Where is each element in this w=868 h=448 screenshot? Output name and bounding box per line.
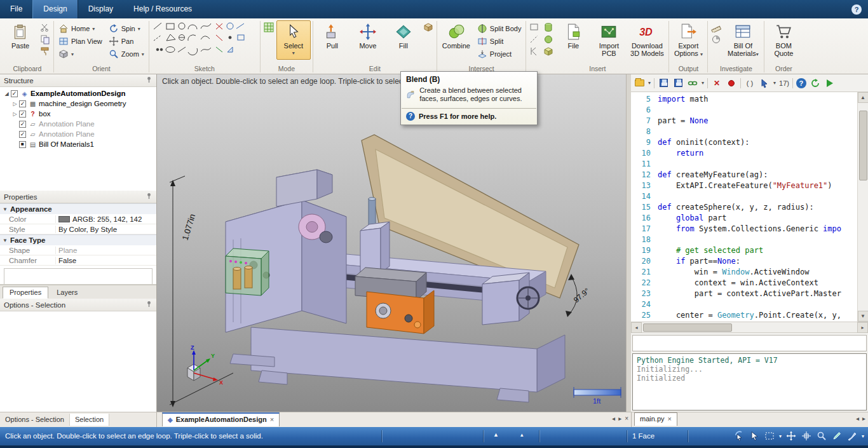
doc-tab-prev-icon[interactable]: ◂: [612, 415, 615, 422]
pencil-tool-icon[interactable]: [831, 430, 843, 442]
sketch-mode-icon[interactable]: [263, 22, 275, 32]
project-button[interactable]: Project: [475, 48, 524, 60]
pull-button[interactable]: Pull: [315, 20, 349, 60]
insert-parens-icon[interactable]: ( ): [744, 78, 756, 89]
visibility-checkbox[interactable]: ✓: [11, 90, 18, 97]
zoom-button[interactable]: Zoom▾: [106, 48, 147, 60]
split-button[interactable]: Split: [475, 36, 524, 47]
select-button[interactable]: Select ▾: [276, 20, 311, 60]
editor-horizontal-scrollbar[interactable]: ◂ ▸: [631, 322, 868, 333]
insert-file-button[interactable]: File: [556, 20, 590, 60]
command-input[interactable]: [632, 335, 867, 351]
pin-icon[interactable]: [146, 193, 153, 201]
property-section-header[interactable]: ▼Appearance: [0, 203, 156, 214]
doc-tab-next-icon[interactable]: ▸: [618, 415, 621, 422]
marquee-select-icon[interactable]: [764, 430, 775, 442]
pointer-icon[interactable]: [749, 430, 760, 442]
script-tab-next-icon[interactable]: ▸: [862, 415, 865, 422]
script-tab-prev-icon[interactable]: ◂: [856, 415, 859, 422]
open-dropdown-icon[interactable]: ▾: [648, 80, 651, 86]
open-folder-icon[interactable]: [634, 78, 645, 89]
run-script-icon[interactable]: [824, 78, 836, 89]
scroll-down-icon[interactable]: ▼: [858, 311, 868, 322]
paste-button[interactable]: Paste: [3, 20, 37, 60]
cut-icon[interactable]: [39, 22, 51, 32]
expand-dock-icon[interactable]: ▲: [487, 430, 505, 440]
brush-tool-icon[interactable]: [846, 430, 858, 442]
shell-icon[interactable]: [543, 46, 554, 57]
pan-button[interactable]: Pan: [106, 36, 147, 47]
bill-of-materials-button[interactable]: Bill Of Materials▾: [724, 20, 762, 60]
visibility-checkbox[interactable]: ✓: [19, 131, 26, 138]
format-painter-icon[interactable]: [39, 46, 51, 57]
pan-tool-icon[interactable]: [785, 430, 797, 442]
doc-tab-close-icon[interactable]: ×: [625, 415, 628, 422]
visibility-checkbox[interactable]: ✓: [19, 121, 26, 128]
tree-item[interactable]: ✓▱Annotation Plane: [0, 119, 156, 129]
tree-item[interactable]: ▷✓▩machine_design Geometry: [0, 98, 156, 109]
refresh-icon[interactable]: [810, 78, 821, 89]
link-dropdown-icon[interactable]: ▾: [702, 80, 704, 86]
horizontal-scroll-thumb[interactable]: [643, 323, 732, 332]
document-tab[interactable]: ◈ExampleAutomationDesign×: [162, 412, 280, 426]
tree-item[interactable]: ■▤Bill Of Materials1: [0, 139, 156, 149]
cursor-mode-icon[interactable]: [759, 78, 770, 89]
insert-plane-icon[interactable]: [529, 22, 540, 32]
panel-tab-properties[interactable]: Properties: [3, 287, 48, 299]
link-icon[interactable]: [687, 78, 698, 89]
block-icon[interactable]: [423, 22, 434, 32]
spin-button[interactable]: Spin▾: [106, 23, 147, 34]
expand-dock-small-icon[interactable]: ▴: [514, 430, 530, 440]
close-icon[interactable]: ×: [270, 416, 274, 423]
expander-icon[interactable]: ▷: [11, 101, 19, 107]
bottom-tab-options-selection[interactable]: Options - Selection: [0, 414, 70, 426]
plan-view-button[interactable]: Plan View: [56, 36, 105, 47]
close-icon[interactable]: ×: [668, 415, 672, 423]
scroll-left-icon[interactable]: ◂: [631, 322, 642, 333]
property-value[interactable]: Plane: [56, 247, 156, 254]
select-dropdown-icon[interactable]: ▾: [779, 433, 782, 439]
combine-button[interactable]: Combine: [439, 20, 473, 60]
zoom-tool-icon[interactable]: [816, 430, 827, 442]
pin-icon[interactable]: [146, 76, 153, 85]
download-3d-models-button[interactable]: 3D Download 3D Models: [627, 20, 667, 60]
menu-tab-display[interactable]: Display: [78, 0, 123, 18]
expander-icon[interactable]: ▷: [11, 111, 19, 117]
editor-vertical-scrollbar[interactable]: ▲ ▼: [857, 92, 868, 322]
viewport-3d[interactable]: 1.077in 97.9° Z Y X 1ft Click: [157, 74, 626, 412]
property-section-header[interactable]: ▼Face Type: [0, 234, 156, 245]
move-button[interactable]: Move: [351, 20, 385, 60]
axes-tool-icon[interactable]: [801, 430, 812, 442]
property-value[interactable]: ARGB: 255, 142, 142: [56, 215, 156, 223]
tools-dropdown-icon[interactable]: ▾: [862, 433, 864, 439]
sketch-tool-grid[interactable]: [151, 20, 258, 57]
visibility-checkbox[interactable]: ■: [19, 141, 26, 148]
panel-tab-layers[interactable]: Layers: [50, 287, 85, 299]
vertical-scroll-thumb[interactable]: [859, 111, 867, 180]
model-canvas[interactable]: 1.077in 97.9° Z Y X 1ft: [157, 74, 626, 412]
sphere-icon[interactable]: [543, 34, 554, 44]
editor-help-icon[interactable]: ?: [796, 78, 806, 88]
insert-point-icon[interactable]: [529, 46, 540, 57]
mass-properties-icon[interactable]: [710, 34, 722, 44]
scroll-up-icon[interactable]: ▲: [858, 92, 868, 103]
tree-item[interactable]: ✓▱Annotation Plane: [0, 129, 156, 139]
copy-icon[interactable]: [39, 34, 51, 44]
import-pcb-button[interactable]: Import PCB: [592, 20, 626, 60]
visibility-checkbox[interactable]: ✓: [19, 111, 26, 118]
code-editor[interactable]: 5678910111213141516171819202122232425 im…: [631, 92, 868, 322]
scroll-right-icon[interactable]: ▸: [857, 322, 868, 333]
tree-item[interactable]: ▷✓?box: [0, 109, 156, 119]
property-value[interactable]: By Color, By Style: [56, 226, 156, 233]
bottom-tab-selection[interactable]: Selection: [70, 414, 109, 426]
script-tab[interactable]: main.py×: [634, 412, 677, 426]
smart-pointer-icon[interactable]: [733, 430, 745, 442]
color-swatch[interactable]: [58, 216, 70, 222]
fill-button[interactable]: Fill: [386, 20, 421, 60]
panel-splitter[interactable]: [626, 74, 631, 412]
delete-icon[interactable]: ✕: [711, 78, 722, 89]
menu-tab-design[interactable]: Design: [32, 0, 78, 18]
view-options-button[interactable]: ▾: [56, 48, 105, 60]
save-all-icon[interactable]: [672, 78, 684, 89]
code-text[interactable]: import math part = None def oninit(conte…: [654, 92, 857, 322]
